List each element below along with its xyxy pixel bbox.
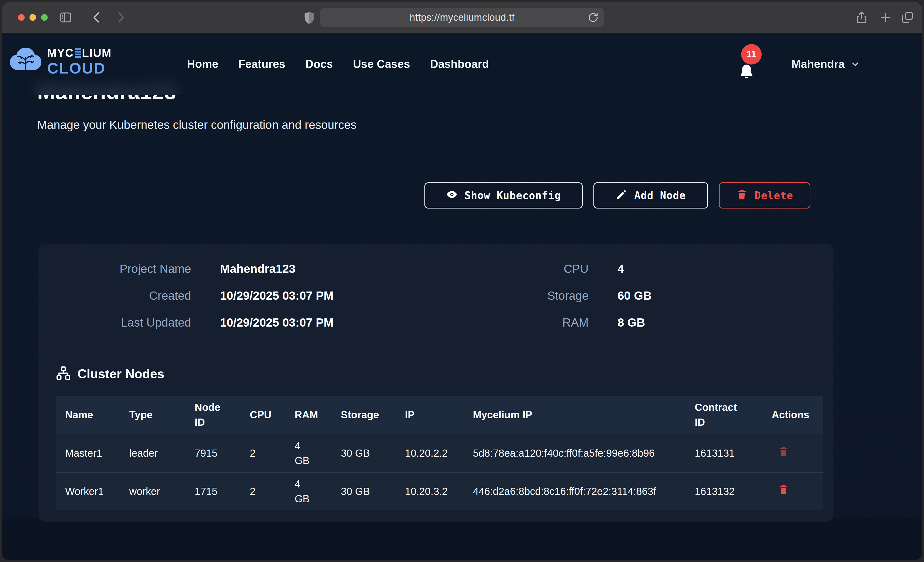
nav-link-use-cases[interactable]: Use Cases <box>353 58 410 70</box>
col-storage: Storage <box>332 407 396 422</box>
nav-link-home[interactable]: Home <box>187 58 218 70</box>
show-kubeconfig-button[interactable]: Show Kubeconfig <box>424 182 583 209</box>
col-actions: Actions <box>762 407 823 422</box>
info-value: 10/29/2025 03:07 PM <box>220 289 333 302</box>
logo-line1: MYCLIUM <box>47 46 111 60</box>
page-subtitle: Manage your Kubernetes cluster configura… <box>37 118 357 132</box>
logo-text: MYCLIUM CLOUD <box>47 46 111 77</box>
info-row-ram: RAM 8 GB <box>436 309 834 336</box>
tab-overview-icon[interactable] <box>901 11 914 24</box>
page-main: Mahendra123 Manage your Kubernetes clust… <box>2 33 922 560</box>
forward-button[interactable] <box>114 11 127 24</box>
col-mycelium-ip: Mycelium IP <box>464 407 686 422</box>
back-button[interactable] <box>90 11 104 24</box>
add-node-button[interactable]: Add Node <box>593 182 708 209</box>
notification-badge: 11 <box>741 44 762 64</box>
nav-link-features[interactable]: Features <box>238 58 285 70</box>
node-type: leader <box>120 446 185 460</box>
show-kubeconfig-label: Show Kubeconfig <box>464 190 561 201</box>
mycelium-cloud-logo[interactable]: MYCLIUM CLOUD <box>8 46 111 78</box>
info-value: 8 GB <box>618 315 645 329</box>
nav-links: Home Features Docs Use Cases Dashboard <box>187 33 489 95</box>
node-id: 1715 <box>185 484 240 499</box>
delete-label: Delete <box>754 190 793 201</box>
info-value: 60 GB <box>618 289 652 302</box>
cluster-nodes-table: Name Type Node ID CPU RAM Storage IP Myc… <box>56 396 823 510</box>
project-info-grid: Project Name Mahendra123 Created 10/29/2… <box>39 255 834 336</box>
col-cpu: CPU <box>240 407 285 422</box>
privacy-shield-icon[interactable] <box>304 11 315 25</box>
node-ip: 10.20.3.2 <box>396 484 464 499</box>
trash-icon <box>736 188 748 203</box>
logo-line2: CLOUD <box>47 60 106 77</box>
user-name: Mahendra <box>791 58 845 70</box>
pencil-icon <box>616 188 627 203</box>
delete-cluster-button[interactable]: Delete <box>719 182 810 209</box>
nav-link-dashboard[interactable]: Dashboard <box>430 58 489 70</box>
node-ip: 10.20.2.2 <box>396 446 464 460</box>
delete-node-button[interactable] <box>778 445 789 458</box>
node-storage: 30 GB <box>332 446 396 460</box>
chevron-down-icon <box>850 59 860 69</box>
info-value: 4 <box>618 262 624 276</box>
col-node-id: Node ID <box>185 400 240 430</box>
info-row-cpu: CPU 4 <box>436 255 834 282</box>
node-ram: 4 GB <box>285 438 332 468</box>
site-navbar: MYCLIUM CLOUD Home Features Docs Use Cas… <box>2 33 922 95</box>
info-row-last-updated: Last Updated 10/29/2025 03:07 PM <box>39 309 436 336</box>
col-ram: RAM <box>285 407 332 422</box>
cluster-nodes-heading: Cluster Nodes <box>56 364 834 383</box>
node-name: Worker1 <box>56 484 120 499</box>
sidebar-toggle-icon[interactable] <box>59 11 72 24</box>
node-name: Master1 <box>56 446 120 460</box>
info-label: Created <box>39 289 191 302</box>
address-bar[interactable]: https://myceliumcloud.tf <box>320 8 604 27</box>
zoom-window-button[interactable] <box>41 14 48 21</box>
col-ip: IP <box>396 407 464 422</box>
browser-window: https://myceliumcloud.tf <box>2 2 922 560</box>
col-contract-id: Contract ID <box>686 400 762 430</box>
new-tab-icon[interactable] <box>879 11 892 24</box>
table-row: Worker1 worker 1715 2 4 GB 30 GB 10.20.3… <box>56 472 823 510</box>
info-row-created: Created 10/29/2025 03:07 PM <box>39 282 436 309</box>
eye-icon <box>446 188 458 203</box>
node-mycelium-ip: 5d8:78ea:a120:f40c:ff0f:a5fe:99e6:8b96 <box>464 446 686 460</box>
info-label: Storage <box>436 289 588 302</box>
node-mycelium-ip: 446:d2a6:8bcd:8c16:ff0f:72e2:3114:863f <box>464 484 686 499</box>
info-label: Last Updated <box>39 315 191 329</box>
desktop-frame: https://myceliumcloud.tf <box>0 0 924 562</box>
notifications-button[interactable] <box>739 63 756 85</box>
col-name: Name <box>56 407 120 422</box>
col-type: Type <box>120 407 185 422</box>
delete-node-button[interactable] <box>778 483 789 496</box>
node-ram: 4 GB <box>285 477 332 506</box>
node-cpu: 2 <box>240 484 285 499</box>
refresh-icon[interactable] <box>587 11 599 23</box>
site-viewport: Mahendra123 Manage your Kubernetes clust… <box>2 33 922 560</box>
project-info-left: Project Name Mahendra123 Created 10/29/2… <box>39 255 436 336</box>
cloud-logo-icon <box>8 46 44 78</box>
info-label: RAM <box>436 315 588 329</box>
node-type: worker <box>120 484 185 499</box>
node-cpu: 2 <box>240 446 285 460</box>
bell-icon <box>739 63 754 81</box>
close-window-button[interactable] <box>18 14 25 21</box>
cluster-nodes-title: Cluster Nodes <box>78 366 164 381</box>
cluster-nodes-icon <box>56 366 71 382</box>
table-header-row: Name Type Node ID CPU RAM Storage IP Myc… <box>56 396 823 434</box>
minimize-window-button[interactable] <box>30 14 36 21</box>
project-info-panel: Project Name Mahendra123 Created 10/29/2… <box>39 244 834 522</box>
info-row-storage: Storage 60 GB <box>436 282 834 309</box>
nav-link-docs[interactable]: Docs <box>305 58 333 70</box>
user-menu[interactable]: Mahendra <box>791 33 860 95</box>
project-info-right: CPU 4 Storage 60 GB RAM 8 GB <box>436 255 834 336</box>
cluster-actions-row: Show Kubeconfig Add Node Delete <box>424 182 810 209</box>
info-label: CPU <box>436 262 588 276</box>
info-row-project-name: Project Name Mahendra123 <box>39 255 436 282</box>
node-storage: 30 GB <box>332 484 396 499</box>
url-text: https://myceliumcloud.tf <box>410 12 514 23</box>
add-node-label: Add Node <box>634 190 686 201</box>
info-value: Mahendra123 <box>220 262 296 276</box>
share-icon[interactable] <box>855 11 868 24</box>
node-actions <box>762 483 823 500</box>
